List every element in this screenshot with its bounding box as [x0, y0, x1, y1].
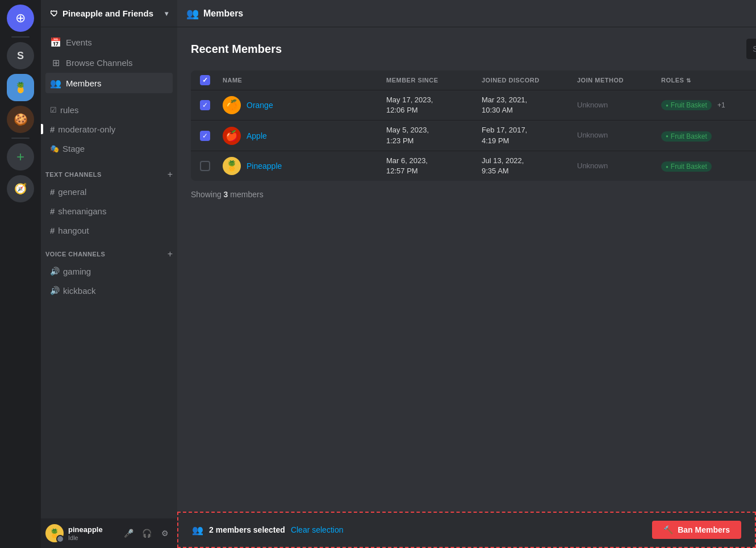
selected-count-text: 2 members selected [209, 525, 285, 534]
hash-icon-moderator: # [50, 124, 55, 134]
channel-item-rules[interactable]: ☑ rules [45, 100, 173, 119]
user-info: pineapple Idle [68, 525, 116, 541]
sidebar-item-events-label: Events [66, 38, 92, 47]
joined-discord-orange: Mar 23, 2021,10:30 AM [482, 95, 573, 115]
sidebar-item-events[interactable]: 📅 Events [45, 32, 173, 52]
roles-apple: Fruit Basket [661, 130, 756, 142]
server-icon-cookie[interactable]: 🍪 [7, 106, 34, 133]
header-roles-col: ROLES ⇅ [661, 77, 756, 84]
sidebar-item-members[interactable]: 👥 Members [45, 73, 173, 93]
member-since-orange: May 17, 2023,12:06 PM [386, 95, 477, 115]
members-panel-title: Recent Members [191, 43, 282, 56]
channel-item-kickback[interactable]: 🔊 kickback [45, 281, 173, 300]
voice-channels-label: VOICE CHANNELS [45, 251, 105, 258]
join-method-apple: Unknown [577, 130, 657, 140]
bottom-bar-info: 👥 2 members selected Clear selection [192, 525, 645, 535]
roles-pineapple: Fruit Basket [661, 160, 756, 172]
server-icon-s[interactable]: S [7, 42, 34, 69]
member-since-pineapple: Mar 6, 2023,12:57 PM [386, 156, 477, 176]
channel-item-moderator-only[interactable]: # moderator-only [45, 119, 173, 139]
stage-icon: 🎭 [50, 144, 59, 153]
member-since-apple: May 5, 2023,1:23 PM [386, 125, 477, 146]
sidebar-nav: 📅 Events ⊞ Browse Channels 👥 Members [41, 27, 177, 98]
ban-icon: 🔨 [663, 525, 673, 534]
sidebar: 🛡 Pineapple and Friends ▾ 📅 Events ⊞ Bro… [41, 0, 177, 548]
server-name-header[interactable]: 🛡 Pineapple and Friends ▾ [41, 0, 177, 27]
table-row[interactable]: 🍍 Pineapple Mar 6, 2023,12:57 PM Jul 13,… [191, 151, 756, 181]
hash-icon-general: # [50, 187, 55, 197]
header-checkbox-col: ✓ [200, 75, 218, 85]
sidebar-channels-section: ☑ rules # moderator-only 🎭 Stage [41, 98, 177, 160]
table-header: ✓ NAME MEMBER SINCE JOINED DISCORD JOIN … [191, 70, 756, 90]
extra-roles-orange: +1 [717, 101, 725, 109]
channel-label-general: general [58, 187, 86, 197]
server-shield-icon: 🛡 [50, 9, 58, 18]
user-panel: 🍍 pineapple Idle 🎤 🎧 ⚙ [41, 518, 177, 548]
text-channels-section-header: TEXT CHANNELS + [41, 160, 177, 182]
members-count: 3 [224, 190, 228, 199]
channel-label-gaming: gaming [63, 267, 91, 276]
main-header-title: Members [203, 9, 243, 19]
text-channels-label: TEXT CHANNELS [45, 171, 102, 178]
roles-sort-icon[interactable]: ⇅ [686, 77, 691, 84]
channel-label-stage: Stage [62, 144, 85, 153]
header-member-since-col: MEMBER SINCE [386, 77, 477, 84]
server-icon-pineapple-friends[interactable]: 🍍 [7, 74, 34, 101]
voice-channels-section-header: VOICE CHANNELS + [41, 240, 177, 261]
server-list: ⊕ S 🍍 🍪 + 🧭 [0, 0, 41, 548]
row-checkbox-apple[interactable]: ✓ [200, 131, 210, 141]
channel-item-shenanigans[interactable]: # shenanigans [45, 201, 173, 221]
sidebar-item-browse-channels[interactable]: ⊞ Browse Channels [45, 52, 173, 73]
role-badge-fruit-basket-orange: Fruit Basket [661, 100, 712, 110]
voice-channels-list: 🔊 gaming 🔊 kickback [41, 261, 177, 300]
search-box[interactable]: 🔍 [746, 39, 756, 59]
deafen-button[interactable]: 🎧 [139, 525, 154, 541]
table-row[interactable]: ✓ 🍊 Orange May 17, 2023,12:06 PM Mar 23,… [191, 90, 756, 121]
channel-item-hangout[interactable]: # hangout [45, 221, 173, 240]
server-icon-discord[interactable]: ⊕ [7, 5, 34, 32]
user-name: pineapple [68, 525, 116, 534]
showing-members-text: Showing 3 members [191, 181, 756, 201]
select-all-checkbox[interactable]: ✓ [200, 75, 210, 85]
unread-indicator [41, 124, 43, 134]
rules-icon: ☑ [50, 106, 57, 114]
member-name-orange: Orange [247, 101, 273, 110]
main-header: 👥 Members Return to # moderator-only ⬛ ❓ [177, 0, 756, 27]
user-controls: 🎤 🎧 ⚙ [120, 525, 173, 541]
search-input[interactable] [753, 44, 756, 53]
row-checkbox-pineapple[interactable] [200, 161, 210, 171]
channel-item-general[interactable]: # general [45, 182, 173, 201]
ban-members-button[interactable]: 🔨 Ban Members [652, 521, 741, 539]
add-server-button[interactable]: + [7, 143, 34, 171]
server-chevron-icon: ▾ [165, 10, 168, 18]
table-row[interactable]: ✓ 🍎 Apple May 5, 2023,1:23 PM Feb 17, 20… [191, 121, 756, 151]
header-name-col: NAME [223, 77, 382, 84]
explore-servers-button[interactable]: 🧭 [7, 175, 34, 202]
channel-label-moderator-only: moderator-only [58, 124, 115, 134]
joined-discord-apple: Feb 17, 2017,4:19 PM [482, 125, 573, 146]
server-name-label: Pineapple and Friends [62, 9, 153, 18]
header-join-method-col: JOIN METHOD [577, 77, 657, 84]
avatar-orange: 🍊 [223, 96, 241, 114]
members-header-icon: 👥 [186, 7, 199, 20]
mute-button[interactable]: 🎤 [120, 525, 136, 541]
server-divider-2 [11, 138, 30, 139]
selected-count: 2 [209, 525, 214, 534]
toolbar-right: 🔍 Prune [746, 39, 756, 59]
join-method-pineapple: Unknown [577, 161, 657, 171]
add-text-channel-button[interactable]: + [168, 169, 173, 180]
avatar-apple: 🍎 [223, 127, 241, 145]
settings-button[interactable]: ⚙ [157, 525, 173, 541]
channel-label-rules: rules [60, 105, 79, 115]
hash-icon-shenanigans: # [50, 206, 55, 216]
avatar-pineapple: 🍍 [223, 157, 241, 175]
events-icon: 📅 [50, 37, 61, 48]
row-checkbox-orange[interactable]: ✓ [200, 100, 210, 110]
speaker-icon-kickback: 🔊 [50, 286, 60, 295]
channel-item-stage[interactable]: 🎭 Stage [45, 139, 173, 158]
channel-item-gaming[interactable]: 🔊 gaming [45, 261, 173, 281]
speaker-icon-gaming: 🔊 [50, 267, 60, 276]
clear-selection-button[interactable]: Clear selection [291, 525, 344, 534]
add-voice-channel-button[interactable]: + [168, 249, 173, 259]
channel-label-kickback: kickback [63, 286, 96, 296]
